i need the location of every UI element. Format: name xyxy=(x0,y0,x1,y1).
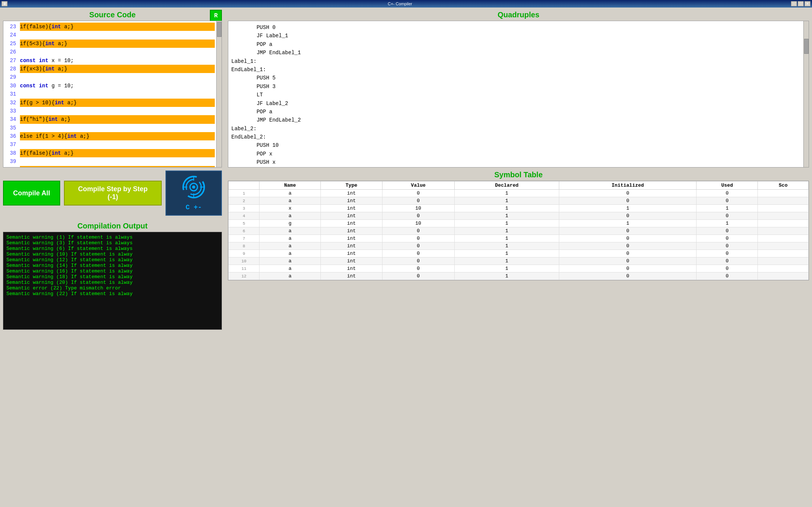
maximize-button[interactable]: □ xyxy=(798,1,804,6)
table-cell: 1 xyxy=(454,197,559,205)
quadruples-box[interactable]: PUSH 0 JF Label_1 POP a JMP EndLabel_1 L… xyxy=(228,21,809,167)
table-cell: 0 xyxy=(697,265,758,273)
line-number: 27 xyxy=(6,56,16,65)
table-cell: a xyxy=(259,242,320,250)
compile-step-button[interactable]: Compile Step by Step (-1) xyxy=(64,181,162,206)
source-code-section: Source Code R 23242526272829303132333435… xyxy=(3,11,222,167)
left-column: Source Code R 23242526272829303132333435… xyxy=(3,11,225,388)
table-cell xyxy=(758,265,809,273)
code-line xyxy=(20,90,215,98)
table-cell: 0 xyxy=(559,242,697,250)
window-title: C+- Compiler xyxy=(9,2,791,6)
table-cell: int xyxy=(321,265,382,273)
table-row: 4aint0100 xyxy=(229,212,809,220)
table-cell xyxy=(758,235,809,242)
table-cell: 0 xyxy=(559,197,697,205)
compilation-output-box: Semantic warning (1) If statement is alw… xyxy=(3,232,222,330)
code-line xyxy=(20,48,215,56)
table-cell xyxy=(758,257,809,265)
line-number: 28 xyxy=(6,65,16,73)
table-cell: 10 xyxy=(382,205,454,212)
table-body: 1aint01002aint01003xint101114aint01005gi… xyxy=(229,190,809,280)
table-cell: 0 xyxy=(382,197,454,205)
table-cell: int xyxy=(321,242,382,250)
table-row-num-header xyxy=(229,181,260,190)
quad-scrollbar[interactable] xyxy=(803,21,809,167)
output-line: Semantic warning (14) If statement is al… xyxy=(6,263,219,268)
code-line xyxy=(20,157,215,166)
table-cell: 1 xyxy=(454,227,559,235)
table-cell: int xyxy=(321,197,382,205)
line-number: 40 xyxy=(6,166,16,167)
line-number: 29 xyxy=(6,73,16,81)
line-number: 31 xyxy=(6,90,16,98)
table-row: 12aint0100 xyxy=(229,273,809,280)
svg-point-3 xyxy=(192,186,195,189)
code-line: if("hi"){int a;} xyxy=(20,115,215,123)
table-row: 3xint10111 xyxy=(229,205,809,212)
table-row-num: 2 xyxy=(229,197,260,205)
table-cell: a xyxy=(259,257,320,265)
code-line: if(false){int a;} xyxy=(20,149,215,157)
table-cell: 0 xyxy=(559,235,697,242)
table-cell: 1 xyxy=(454,242,559,250)
source-code-area[interactable]: 232425262728293031323334353637383940 if(… xyxy=(3,21,222,167)
output-line: Semantic warning (20) If statement is al… xyxy=(6,280,219,285)
table-row: 8aint0100 xyxy=(229,242,809,250)
table-cell: 0 xyxy=(559,250,697,257)
table-cell: int xyxy=(321,212,382,220)
code-line: if(x<3){int a;} xyxy=(20,65,215,73)
code-line xyxy=(20,124,215,132)
table-row-num: 5 xyxy=(229,220,260,227)
table-cell: 0 xyxy=(697,227,758,235)
table-cell: 0 xyxy=(382,235,454,242)
right-column: Quadruples PUSH 0 JF Label_1 POP a JMP E… xyxy=(225,11,809,388)
table-cell: 0 xyxy=(559,212,697,220)
table-cell xyxy=(758,212,809,220)
code-lines: if(false){int a;} if(5<3){int a;} const … xyxy=(18,21,216,167)
table-row-num: 10 xyxy=(229,257,260,265)
scroll-thumb[interactable] xyxy=(217,22,222,37)
table-cell: 1 xyxy=(559,220,697,227)
table-column-header: Initialized xyxy=(559,181,697,190)
code-line xyxy=(20,107,215,115)
table-cell: 1 xyxy=(697,205,758,212)
output-line: Semantic warning (18) If statement is al… xyxy=(6,274,219,280)
system-menu-icon[interactable]: 🖥 xyxy=(2,1,8,6)
r-button[interactable]: R xyxy=(210,10,222,22)
table-cell: 0 xyxy=(697,257,758,265)
code-line: const int g = 10; xyxy=(20,82,215,90)
table-cell: 0 xyxy=(697,242,758,250)
output-line: Semantic warning (10) If statement is al… xyxy=(6,251,219,257)
source-code-header: Source Code R xyxy=(3,11,222,21)
table-row: 10aint0100 xyxy=(229,257,809,265)
table-cell: a xyxy=(259,265,320,273)
table-cell: 0 xyxy=(382,257,454,265)
table-cell: 1 xyxy=(454,190,559,197)
table-row-num: 7 xyxy=(229,235,260,242)
table-cell: int xyxy=(321,250,382,257)
table-row-num: 6 xyxy=(229,227,260,235)
logo-svg xyxy=(179,175,209,201)
close-button[interactable]: ✕ xyxy=(804,1,810,6)
compile-all-button[interactable]: Compile All xyxy=(3,181,60,206)
source-scrollbar[interactable] xyxy=(216,21,222,167)
table-cell: 0 xyxy=(382,250,454,257)
table-cell: int xyxy=(321,227,382,235)
line-number: 24 xyxy=(6,31,16,39)
code-line: else if(1 > 4){int a;} xyxy=(20,132,215,140)
line-number: 34 xyxy=(6,115,16,123)
quadruples-text: PUSH 0 JF Label_1 POP a JMP EndLabel_1 L… xyxy=(231,23,806,167)
line-number: 33 xyxy=(6,107,16,115)
quad-scroll-thumb[interactable] xyxy=(804,39,809,54)
code-line xyxy=(20,140,215,149)
minimize-button[interactable]: − xyxy=(791,1,797,6)
table-cell: x xyxy=(259,205,320,212)
table-cell: 0 xyxy=(382,273,454,280)
table-row-num: 11 xyxy=(229,265,260,273)
table-column-header: Type xyxy=(321,181,382,190)
line-numbers: 232425262728293031323334353637383940 xyxy=(3,21,18,167)
table-row: 11aint0100 xyxy=(229,265,809,273)
output-line: Semantic warning (22) If statement is al… xyxy=(6,291,219,297)
table-cell xyxy=(758,220,809,227)
